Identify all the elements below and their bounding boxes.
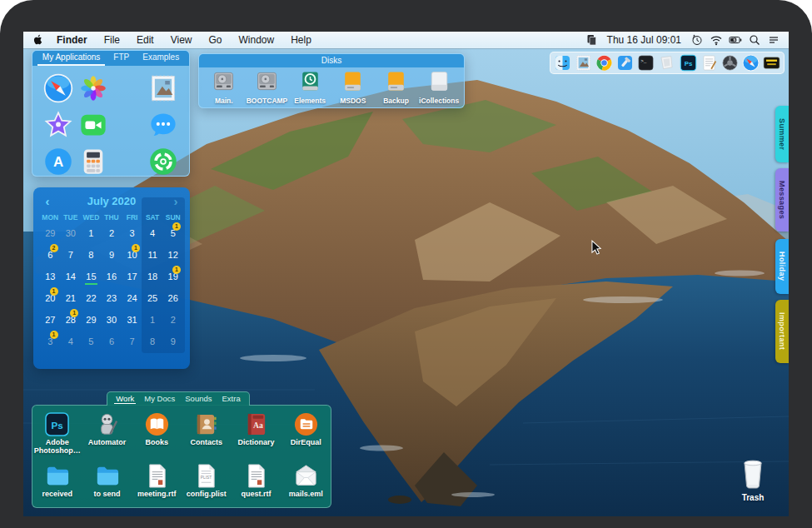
calendar-prev-button[interactable]: ‹: [40, 194, 55, 208]
calendar-day[interactable]: 18: [142, 266, 163, 288]
calendar-day[interactable]: 6: [102, 331, 122, 353]
calendar-day[interactable]: 24: [122, 288, 142, 310]
item-received[interactable]: received: [32, 463, 82, 509]
tray-icon-photoshop[interactable]: Ps: [680, 54, 697, 72]
item-meeting-rtf[interactable]: meeting.rtf: [132, 463, 182, 509]
calendar-day[interactable]: 191: [162, 266, 183, 288]
calendar-day[interactable]: 1: [81, 223, 102, 245]
tray-icon-finder[interactable]: [554, 54, 571, 72]
item-adobe-photoshop[interactable]: PsAdobe Photoshop…: [32, 411, 82, 457]
calendar-day[interactable]: 62: [40, 245, 61, 266]
menu-item-go[interactable]: Go: [202, 32, 230, 48]
app-icon-calculator[interactable]: [77, 146, 109, 177]
docs-tab-work[interactable]: Work: [114, 394, 136, 404]
menu-clock[interactable]: Thu 16 Jul 09:01: [604, 34, 685, 46]
apps-tab-examples[interactable]: Examples: [137, 51, 184, 66]
calendar-day[interactable]: 51: [162, 223, 183, 245]
item-automator[interactable]: Automator: [82, 411, 132, 457]
disk-main[interactable]: Main.: [202, 70, 246, 105]
docs-tab-extra[interactable]: Extra: [221, 394, 242, 404]
calendar-day[interactable]: 8: [142, 331, 163, 353]
calendar-day[interactable]: 30: [61, 223, 82, 245]
calendar-day[interactable]: 12: [162, 245, 183, 266]
docs-tab-my-docs[interactable]: My Docs: [142, 394, 177, 404]
app-icon-photos[interactable]: [77, 72, 109, 104]
tray-icon-mail[interactable]: [575, 54, 592, 72]
item-direqual[interactable]: DirEqual: [281, 411, 331, 457]
tray-icon-xcode[interactable]: [616, 54, 634, 72]
disk-backup[interactable]: Backup: [375, 70, 418, 105]
calendar-day[interactable]: 26: [162, 288, 183, 310]
side-tab-holiday[interactable]: Holiday: [775, 239, 789, 294]
tray-icon-warning-sticker[interactable]: [763, 54, 780, 72]
calendar-day[interactable]: 3: [122, 223, 142, 245]
menu-item-file[interactable]: File: [97, 32, 127, 48]
item-mails-eml[interactable]: mails.eml: [281, 463, 331, 509]
wifi-icon[interactable]: [709, 33, 723, 47]
apps-tab-my-applications[interactable]: My Applications: [37, 51, 105, 66]
item-config-plist[interactable]: PLISTconfig.plist: [182, 463, 232, 509]
app-icon-messages[interactable]: [147, 109, 179, 141]
collections-pages-icon[interactable]: [585, 33, 599, 47]
calendar-day[interactable]: 1: [142, 310, 163, 331]
calendar-day[interactable]: 25: [142, 288, 163, 310]
app-icon-facetime[interactable]: [77, 109, 109, 141]
apps-tab-ftp[interactable]: FTP: [108, 51, 134, 66]
tray-icon-terminal[interactable]: >_: [637, 54, 655, 72]
disks-panel-title[interactable]: Disks: [199, 54, 464, 67]
calendar-day[interactable]: 201: [40, 288, 61, 310]
search-icon[interactable]: [747, 33, 761, 47]
tray-icon-safari[interactable]: [742, 54, 760, 72]
docs-tab-sounds[interactable]: Sounds: [183, 394, 213, 404]
menu-item-edit[interactable]: Edit: [129, 32, 162, 48]
calendar-day[interactable]: 7: [122, 331, 142, 353]
calendar-day[interactable]: 29: [81, 310, 102, 331]
menu-item-finder[interactable]: Finder: [49, 32, 95, 48]
side-tab-important[interactable]: Important: [775, 300, 789, 363]
calendar-day[interactable]: 4: [142, 223, 163, 245]
notification-list-icon[interactable]: [766, 33, 780, 47]
app-icon-safari[interactable]: [42, 72, 74, 104]
item-contacts[interactable]: Contacts: [182, 411, 232, 457]
calendar-day[interactable]: 14: [61, 266, 82, 288]
menu-item-window[interactable]: Window: [232, 32, 282, 48]
tray-icon-stickies[interactable]: [658, 54, 675, 72]
menu-item-help[interactable]: Help: [283, 32, 319, 48]
calendar-day[interactable]: 11: [142, 245, 163, 266]
tray-icon-textedit[interactable]: [700, 54, 718, 72]
disk-elements[interactable]: Elements: [288, 70, 331, 105]
calendar-day[interactable]: 101: [122, 245, 142, 266]
calendar-day[interactable]: 31: [40, 331, 61, 353]
item-dictionary[interactable]: AaDictionary: [232, 411, 281, 457]
calendar-day[interactable]: 21: [61, 288, 82, 310]
calendar-day[interactable]: 31: [122, 310, 142, 331]
item-to-send[interactable]: to send: [82, 463, 132, 509]
battery-charging-icon[interactable]: [728, 33, 742, 47]
app-icon-appstore[interactable]: A: [42, 146, 74, 177]
calendar-day[interactable]: 16: [102, 266, 122, 288]
app-icon-findmy[interactable]: [147, 146, 179, 177]
calendar-day[interactable]: 5: [81, 331, 102, 353]
side-tab-messages[interactable]: Messages: [775, 168, 789, 232]
calendar-day[interactable]: 27: [40, 310, 61, 331]
tray-icon-chrome[interactable]: [595, 54, 613, 72]
calendar-day[interactable]: 8: [81, 245, 102, 266]
apple-menu-icon[interactable]: [32, 33, 44, 47]
calendar-day[interactable]: 13: [40, 266, 61, 288]
timemachine-clock-icon[interactable]: [690, 33, 704, 47]
calendar-day[interactable]: 281: [61, 310, 82, 331]
calendar-day[interactable]: 7: [61, 245, 82, 266]
trash[interactable]: Trash: [727, 458, 779, 502]
calendar-day[interactable]: 22: [81, 288, 102, 310]
calendar-day[interactable]: 2: [162, 310, 183, 331]
disk-bootcamp[interactable]: BOOTCAMP: [246, 70, 289, 105]
app-icon-imovie[interactable]: [42, 109, 74, 141]
calendar-day[interactable]: 23: [102, 288, 122, 310]
calendar-day[interactable]: 2: [102, 223, 122, 245]
calendar-day[interactable]: 30: [102, 310, 122, 331]
calendar-day[interactable]: 29: [40, 223, 61, 245]
disk-icollections[interactable]: iCollections: [417, 70, 461, 105]
tray-icon-wheel[interactable]: [721, 54, 739, 72]
app-icon-mail[interactable]: [147, 72, 179, 104]
item-quest-rtf[interactable]: quest.rtf: [232, 463, 281, 509]
